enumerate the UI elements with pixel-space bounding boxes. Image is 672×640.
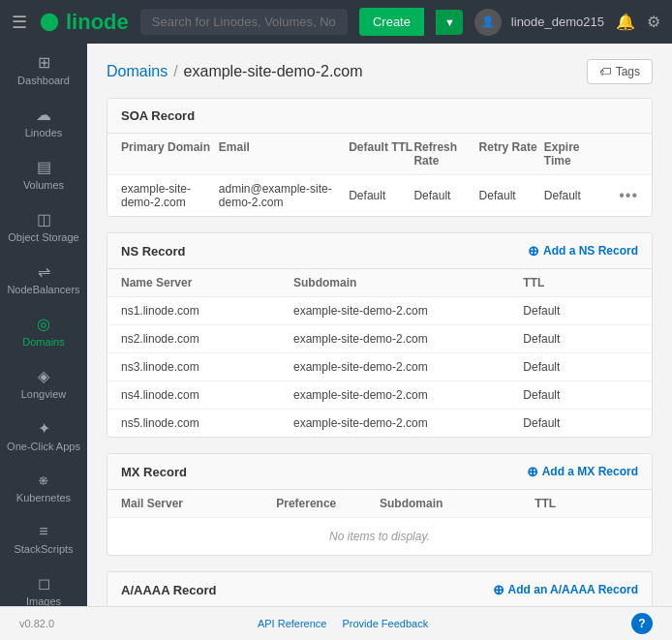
soa-expire-time: Default xyxy=(544,189,609,202)
sidebar-item-label: Object Storage xyxy=(6,231,81,243)
soa-email: admin@example-site-demo-2.com xyxy=(219,182,349,209)
soa-default-ttl: Default xyxy=(349,189,413,202)
sidebar-item-one-click-apps[interactable]: ✦ One-Click Apps xyxy=(0,410,87,462)
sidebar-item-label: Linodes xyxy=(6,127,81,138)
volumes-icon: ▤ xyxy=(6,158,81,176)
tags-button[interactable]: 🏷 Tags xyxy=(587,59,653,84)
plus-icon: ⊕ xyxy=(493,582,504,597)
logo: linode xyxy=(39,10,129,35)
soa-row: example-site-demo-2.com admin@example-si… xyxy=(107,175,652,216)
soa-col-retry: Retry Rate xyxy=(479,140,544,168)
ns-row: ns2.linode.com example-site-demo-2.com D… xyxy=(107,325,652,353)
mx-table-header: Mail Server Preference Subdomain TTL xyxy=(107,490,652,518)
user-area: 👤 linode_demo215 xyxy=(474,9,604,36)
bell-icon[interactable]: 🔔 xyxy=(616,13,635,31)
linodes-icon: ☁ xyxy=(6,106,81,124)
sidebar-item-object-storage[interactable]: ◫ Object Storage xyxy=(0,200,87,253)
sidebar-item-label: Volumes xyxy=(6,179,81,191)
ns-col-name: Name Server xyxy=(121,276,293,290)
sidebar-item-dashboard[interactable]: ⊞ Dashboard xyxy=(0,44,87,96)
ns-col-sub: Subdomain xyxy=(293,276,523,290)
sidebar-item-kubernetes[interactable]: ⎈ Kubernetes xyxy=(0,462,87,513)
domains-icon: ◎ xyxy=(6,315,81,333)
sidebar-item-linodes[interactable]: ☁ Linodes xyxy=(0,96,87,148)
soa-col-refresh: Refresh Rate xyxy=(413,140,478,168)
add-mx-record-button[interactable]: ⊕ Add a MX Record xyxy=(527,464,638,479)
breadcrumb: Domains / example-site-demo-2.com 🏷 Tags xyxy=(107,59,653,84)
search-input[interactable] xyxy=(140,9,348,35)
soa-row-actions[interactable]: ••• xyxy=(609,187,638,204)
sidebar-item-label: StackScripts xyxy=(6,543,81,555)
soa-col-email: Email xyxy=(219,140,349,168)
nodebalancers-icon: ⇌ xyxy=(6,262,81,281)
api-reference-link[interactable]: API Reference xyxy=(258,618,327,629)
mx-col-ttl: TTL xyxy=(535,497,638,510)
ns-col-ttl: TTL xyxy=(523,276,638,290)
kubernetes-icon: ⎈ xyxy=(6,472,81,489)
sidebar-item-domains[interactable]: ◎ Domains xyxy=(0,305,87,357)
sidebar-item-nodebalancers[interactable]: ⇌ NodeBalancers xyxy=(0,253,87,305)
soa-retry-rate: Default xyxy=(479,189,544,202)
sidebar-item-label: One-Click Apps xyxy=(6,441,81,452)
images-icon: ◻ xyxy=(6,574,81,593)
plus-icon: ⊕ xyxy=(527,464,538,479)
plus-icon: ⊕ xyxy=(528,243,539,259)
create-button[interactable]: Create xyxy=(359,8,424,36)
stackscripts-icon: ≡ xyxy=(6,523,81,540)
footer-links: API Reference Provide Feedback xyxy=(258,618,428,629)
sidebar: ⊞ Dashboard ☁ Linodes ▤ Volumes ◫ Object… xyxy=(0,44,87,606)
soa-col-defttl: Default TTL xyxy=(349,140,413,168)
sidebar-item-label: Kubernetes xyxy=(6,492,81,503)
help-button[interactable]: ? xyxy=(631,613,653,634)
sidebar-item-label: Dashboard xyxy=(6,75,81,86)
sidebar-item-label: Domains xyxy=(6,336,81,348)
a-aaaa-record-section: A/AAAA Record ⊕ Add an A/AAAA Record Hos… xyxy=(107,571,653,606)
object-storage-icon: ◫ xyxy=(6,210,81,229)
sidebar-item-stackscripts[interactable]: ≡ StackScripts xyxy=(0,513,87,564)
ns-record-section: NS Record ⊕ Add a NS Record Name Server … xyxy=(107,232,653,438)
sidebar-item-label: Images xyxy=(6,595,81,606)
ns-record-header: NS Record ⊕ Add a NS Record xyxy=(107,233,652,269)
ns-row: ns1.linode.com example-site-demo-2.com D… xyxy=(107,297,652,325)
sidebar-item-images[interactable]: ◻ Images xyxy=(0,564,87,606)
breadcrumb-parent[interactable]: Domains xyxy=(107,63,168,80)
mx-col-sub: Subdomain xyxy=(380,497,535,510)
add-ns-record-button[interactable]: ⊕ Add a NS Record xyxy=(528,243,638,259)
mx-record-section: MX Record ⊕ Add a MX Record Mail Server … xyxy=(107,453,653,556)
longview-icon: ◈ xyxy=(6,367,81,385)
footer: v0.82.0 API Reference Provide Feedback ? xyxy=(0,606,672,640)
version-label: v0.82.0 xyxy=(19,618,54,629)
ns-row: ns5.linode.com example-site-demo-2.com D… xyxy=(107,410,652,437)
sidebar-item-volumes[interactable]: ▤ Volumes xyxy=(0,148,87,200)
breadcrumb-separator: / xyxy=(173,63,177,80)
gear-icon[interactable]: ⚙ xyxy=(647,13,660,31)
a-aaaa-record-header: A/AAAA Record ⊕ Add an A/AAAA Record xyxy=(107,572,652,606)
mx-col-mail: Mail Server xyxy=(121,497,276,510)
add-a-aaaa-record-button[interactable]: ⊕ Add an A/AAAA Record xyxy=(493,582,638,597)
sidebar-item-longview[interactable]: ◈ Longview xyxy=(0,357,87,410)
mx-col-pref: Preference xyxy=(276,497,380,510)
ns-row: ns3.linode.com example-site-demo-2.com D… xyxy=(107,353,652,381)
username: linode_demo215 xyxy=(511,15,604,29)
ns-row: ns4.linode.com example-site-demo-2.com D… xyxy=(107,381,652,410)
mx-no-items: No items to display. xyxy=(107,518,652,555)
soa-record-section: SOA Record Primary Domain Email Default … xyxy=(107,98,653,217)
feedback-link[interactable]: Provide Feedback xyxy=(342,618,428,629)
ns-table-header: Name Server Subdomain TTL xyxy=(107,269,652,297)
soa-refresh-rate: Default xyxy=(413,189,478,202)
soa-col-expire: Expire Time xyxy=(544,140,609,168)
soa-record-header: SOA Record xyxy=(107,99,652,134)
main-content: Domains / example-site-demo-2.com 🏷 Tags… xyxy=(87,44,672,606)
sidebar-item-label: NodeBalancers xyxy=(6,284,81,295)
soa-col-primary: Primary Domain xyxy=(121,140,219,168)
menu-toggle[interactable]: ☰ xyxy=(12,12,27,33)
mx-record-header: MX Record ⊕ Add a MX Record xyxy=(107,454,652,490)
avatar: 👤 xyxy=(474,9,502,36)
dashboard-icon: ⊞ xyxy=(6,53,81,72)
create-dropdown-button[interactable]: ▼ xyxy=(436,10,463,35)
tag-icon: 🏷 xyxy=(599,65,611,78)
one-click-icon: ✦ xyxy=(6,419,81,438)
soa-primary-domain: example-site-demo-2.com xyxy=(121,182,219,209)
breadcrumb-current: example-site-demo-2.com xyxy=(184,63,363,80)
soa-table-header: Primary Domain Email Default TTL Refresh… xyxy=(107,134,652,175)
